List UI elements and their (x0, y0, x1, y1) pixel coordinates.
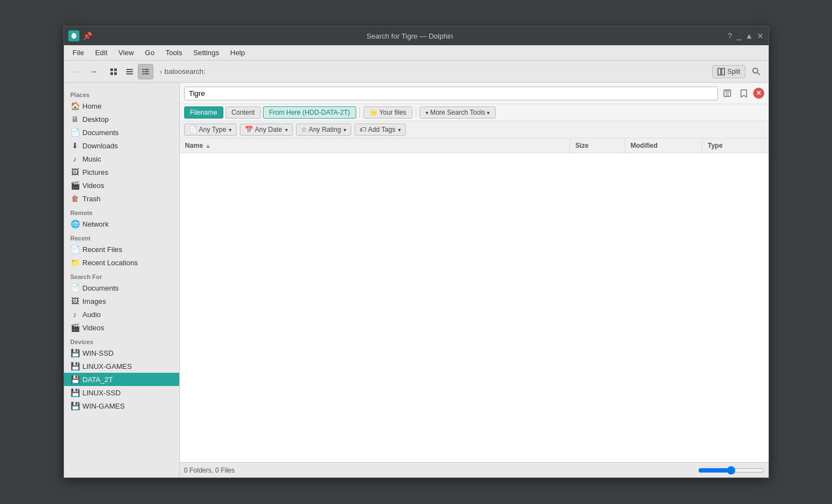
data-2t-icon: 💾 (71, 375, 79, 384)
back-button[interactable]: ← (68, 64, 84, 79)
menu-view[interactable]: View (114, 47, 138, 58)
add-tags-dropdown[interactable]: 🏷 Add Tags ▾ (355, 124, 406, 136)
status-bar: 0 Folders, 0 Files (180, 462, 769, 478)
linux-games-icon: 💾 (71, 362, 79, 371)
column-size[interactable]: Size (570, 138, 625, 153)
menu-tools[interactable]: Tools (161, 47, 186, 58)
forward-button[interactable]: → (86, 64, 101, 79)
sidebar-item-videos[interactable]: 🎬 Videos (64, 179, 179, 192)
svg-rect-10 (144, 71, 149, 72)
any-date-dropdown[interactable]: 📅 Any Date ▾ (240, 124, 292, 136)
sidebar-item-documents[interactable]: 📄 Documents (64, 126, 179, 139)
sidebar-item-music[interactable]: ♪ Music (64, 152, 179, 165)
column-size-label: Size (576, 142, 589, 149)
devices-section-label: Devices (64, 334, 179, 346)
filter-bar: Filename Content From Here (HDD-DATA-2T)… (180, 104, 769, 121)
sidebar-item-downloads[interactable]: ⬇ Downloads (64, 139, 179, 152)
search-toggle-button[interactable] (749, 64, 764, 79)
breadcrumb: baloosearch: (164, 67, 205, 76)
sidebar-label-home: Home (83, 102, 102, 110)
zoom-slider (698, 466, 764, 475)
your-files-button[interactable]: ⭐ Your files (363, 106, 412, 119)
sidebar-item-network[interactable]: 🌐 Network (64, 217, 179, 230)
content-filter-button[interactable]: Content (226, 106, 261, 119)
filename-filter-button[interactable]: Filename (184, 106, 223, 119)
menu-help[interactable]: Help (226, 47, 250, 58)
search-disk-button[interactable] (720, 86, 734, 100)
toolbar: ← → › baloosearch: Split (64, 61, 769, 83)
sidebar-item-recent-locations[interactable]: 📁 Recent Locations (64, 256, 179, 269)
music-icon: ♪ (71, 154, 79, 163)
zoom-range[interactable] (698, 466, 764, 475)
split-button[interactable]: Split (712, 65, 745, 78)
sidebar-item-search-images[interactable]: 🖼 Images (64, 294, 179, 308)
menu-file[interactable]: File (68, 47, 89, 58)
svg-rect-12 (144, 73, 149, 74)
sidebar-label-search-audio: Audio (83, 310, 101, 319)
sidebar-item-trash[interactable]: 🗑 Trash (64, 192, 179, 205)
any-type-dropdown[interactable]: 📄 Any Type ▾ (184, 124, 237, 136)
view-details-button[interactable] (138, 64, 153, 79)
sidebar-item-home[interactable]: 🏠 Home (64, 99, 179, 112)
view-icons-button[interactable] (106, 64, 121, 79)
sidebar-item-search-audio[interactable]: ♪ Audio (64, 308, 179, 321)
sidebar-item-win-games[interactable]: 💾 WIN-GAMES (64, 399, 179, 412)
recent-files-icon: 📄 (71, 245, 79, 254)
view-buttons (106, 64, 153, 79)
sidebar-item-linux-games[interactable]: 💾 LINUX-GAMES (64, 360, 179, 373)
svg-line-16 (758, 73, 760, 75)
dolphin-icon (68, 30, 79, 41)
svg-rect-11 (142, 73, 144, 74)
any-rating-dropdown[interactable]: ☆ Any Rating ▾ (296, 124, 352, 136)
sidebar-item-data-2t[interactable]: 💾 DATA_2T (64, 373, 179, 386)
any-date-label: Any Date (255, 126, 282, 133)
add-tags-label: Add Tags (368, 126, 395, 133)
your-files-icon: ⭐ (369, 109, 378, 116)
search-for-section-label: Search For (64, 269, 179, 281)
sidebar-label-trash: Trash (83, 195, 101, 203)
maximize-button[interactable]: ▲ (745, 31, 753, 40)
search-input[interactable] (184, 87, 718, 100)
sidebar: Places 🏠 Home 🖥 Desktop 📄 Documents ⬇ Do… (64, 83, 180, 478)
menu-edit[interactable]: Edit (90, 47, 111, 58)
status-text: 0 Folders, 0 Files (184, 467, 235, 474)
pin-icon[interactable]: 📌 (83, 31, 92, 40)
column-modified[interactable]: Modified (625, 138, 702, 153)
column-name[interactable]: Name ▲ (180, 138, 570, 153)
more-search-tools-button[interactable]: ▾ More Search Tools ▾ (420, 106, 496, 119)
network-icon: 🌐 (71, 219, 79, 228)
column-type[interactable]: Type (702, 138, 769, 153)
sidebar-item-search-videos[interactable]: 🎬 Videos (64, 321, 179, 334)
any-rating-label: Any Rating (309, 126, 341, 133)
svg-rect-6 (126, 73, 133, 74)
filter-separator-1 (359, 107, 360, 118)
from-here-button[interactable]: From Here (HDD-DATA-2T) (263, 106, 356, 119)
clear-search-button[interactable]: ✕ (753, 88, 764, 99)
minimize-button[interactable]: ⎯ (737, 31, 741, 40)
sidebar-item-linux-ssd[interactable]: 💾 LINUX-SSD (64, 386, 179, 399)
menu-settings[interactable]: Settings (189, 47, 224, 58)
sidebar-label-pictures: Pictures (83, 168, 109, 176)
add-tags-chevron: ▾ (398, 127, 401, 133)
close-button[interactable]: ✕ (757, 31, 764, 40)
help-button[interactable]: ? (728, 31, 732, 40)
svg-rect-7 (142, 69, 144, 70)
menu-go[interactable]: Go (141, 47, 159, 58)
svg-rect-13 (718, 68, 721, 75)
sidebar-label-linux-games: LINUX-GAMES (83, 362, 132, 371)
any-type-chevron: ▾ (229, 127, 232, 133)
view-compact-button[interactable] (122, 64, 137, 79)
videos-icon: 🎬 (71, 181, 79, 190)
places-section-label: Places (64, 87, 179, 99)
sidebar-item-pictures[interactable]: 🖼 Pictures (64, 165, 179, 179)
search-docs-icon: 📄 (71, 283, 79, 292)
win-ssd-icon: 💾 (71, 348, 79, 357)
criteria-bar: 📄 Any Type ▾ 📅 Any Date ▾ ☆ Any Rating ▾… (180, 121, 769, 138)
win-games-icon: 💾 (71, 401, 79, 410)
menubar: File Edit View Go Tools Settings Help (64, 45, 769, 61)
sidebar-item-win-ssd[interactable]: 💾 WIN-SSD (64, 346, 179, 360)
save-search-button[interactable] (737, 86, 751, 100)
sidebar-item-desktop[interactable]: 🖥 Desktop (64, 112, 179, 126)
sidebar-item-recent-files[interactable]: 📄 Recent Files (64, 243, 179, 256)
sidebar-item-search-documents[interactable]: 📄 Documents (64, 281, 179, 294)
